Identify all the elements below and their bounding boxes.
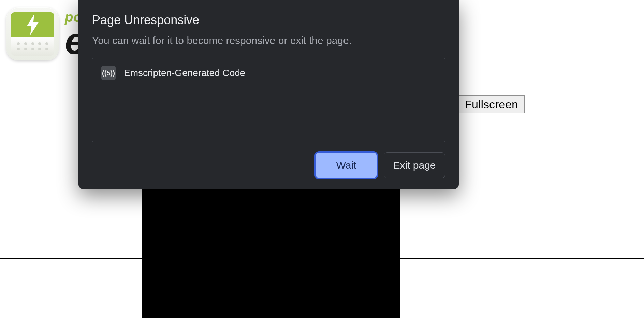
process-row: ((5)) Emscripten-Generated Code [101, 66, 436, 80]
dialog-title: Page Unresponsive [92, 13, 445, 27]
process-list: ((5)) Emscripten-Generated Code [92, 58, 445, 142]
broadcast-icon: ((5)) [101, 66, 116, 80]
dialog-message: You can wait for it to become responsive… [92, 35, 445, 46]
page-unresponsive-dialog: Page Unresponsive You can wait for it to… [78, 0, 459, 189]
wait-button[interactable]: Wait [316, 152, 377, 178]
exit-page-button[interactable]: Exit page [384, 152, 445, 178]
dialog-backdrop: Page Unresponsive You can wait for it to… [0, 0, 644, 319]
process-name: Emscripten-Generated Code [124, 67, 245, 78]
dialog-button-row: Wait Exit page [92, 152, 445, 178]
